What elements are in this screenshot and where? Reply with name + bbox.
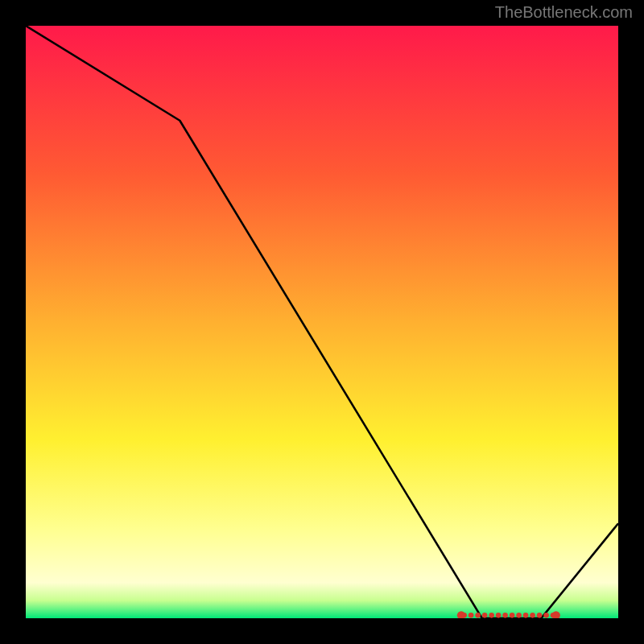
svg-point-4 — [482, 613, 488, 618]
optimal-band-marker — [457, 611, 560, 618]
svg-point-2 — [469, 613, 474, 618]
svg-point-13 — [543, 613, 549, 618]
svg-point-11 — [530, 613, 535, 618]
svg-point-6 — [496, 613, 502, 618]
chart-plot-area — [26, 26, 618, 618]
svg-point-10 — [523, 613, 529, 618]
svg-point-8 — [510, 613, 515, 618]
svg-point-5 — [489, 613, 494, 618]
svg-point-16 — [552, 611, 560, 618]
attribution-text: TheBottleneck.com — [495, 3, 633, 22]
chart-curve — [26, 26, 618, 618]
bottleneck-line — [26, 26, 618, 618]
svg-point-15 — [457, 611, 465, 618]
svg-point-12 — [537, 613, 543, 618]
svg-point-9 — [516, 613, 522, 618]
svg-point-7 — [502, 613, 508, 618]
svg-point-3 — [475, 613, 481, 618]
